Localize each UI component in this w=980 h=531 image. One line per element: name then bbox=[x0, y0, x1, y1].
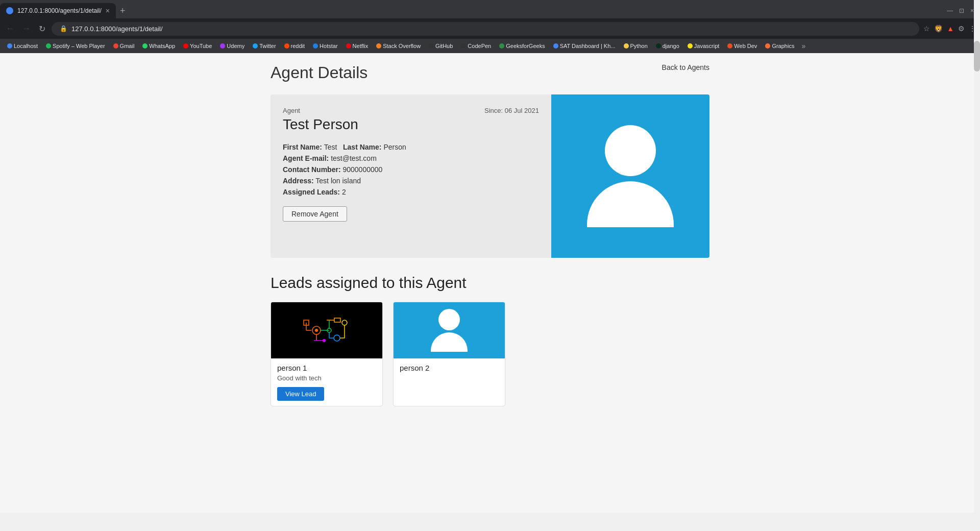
firstname-value: Test bbox=[324, 143, 337, 151]
agent-header-row: Agent Test Person Since: 06 Jul 2021 bbox=[283, 107, 539, 143]
lastname-value: Person bbox=[383, 143, 406, 151]
avatar-figure bbox=[587, 125, 674, 227]
bookmark-label: Hotstar bbox=[320, 43, 337, 49]
bookmark-twitter[interactable]: Twitter bbox=[250, 42, 279, 50]
bookmark-stackoverflow[interactable]: Stack Overflow bbox=[373, 42, 424, 50]
bookmark-label: Netflix bbox=[353, 43, 369, 49]
bookmark-favicon bbox=[313, 43, 318, 49]
bookmark-favicon bbox=[220, 43, 225, 49]
bookmark-favicon bbox=[727, 43, 732, 49]
agent-info-panel: Agent Test Person Since: 06 Jul 2021 Fir… bbox=[271, 94, 551, 258]
lead-avatar-head bbox=[438, 309, 460, 330]
new-tab-button[interactable]: + bbox=[116, 6, 130, 16]
bookmark-javascript[interactable]: Javascript bbox=[684, 42, 723, 50]
bookmark-label: Javascript bbox=[694, 43, 720, 49]
lead-image-tech bbox=[271, 302, 382, 358]
brave-icon: 🦁 bbox=[934, 25, 943, 33]
maximize-button[interactable]: ⊡ bbox=[959, 7, 964, 14]
address-value: Test lon island bbox=[315, 177, 361, 185]
bookmark-label: Twitter bbox=[259, 43, 276, 49]
address-bar[interactable]: 🔒 127.0.0.1:8000/agents/1/detail/ bbox=[52, 22, 919, 36]
bookmark-django[interactable]: django bbox=[653, 42, 682, 50]
bookmark-label: WhatsApp bbox=[149, 43, 175, 49]
bookmark-label: Localhost bbox=[14, 43, 38, 49]
extensions-icon[interactable]: ⚙ bbox=[958, 25, 965, 33]
bookmark-netflix[interactable]: Netflix bbox=[343, 42, 372, 50]
bookmark-codepen[interactable]: CodePen bbox=[458, 42, 494, 50]
agent-address-row: Address: Test lon island bbox=[283, 177, 539, 185]
bookmark-favicon bbox=[624, 43, 629, 49]
lock-icon: 🔒 bbox=[60, 25, 67, 32]
more-bookmarks-icon[interactable]: » bbox=[801, 42, 805, 50]
main-content: Agent Details Back to Agents Agent Test … bbox=[260, 53, 720, 427]
bookmark-favicon bbox=[183, 43, 188, 49]
lastname-label: Last Name: bbox=[343, 143, 381, 151]
scrollbar[interactable] bbox=[974, 0, 980, 513]
bookmark-favicon bbox=[253, 43, 258, 49]
address-bar-right: ☆ 🦁 ▲ ⚙ ⋮ bbox=[923, 25, 976, 33]
bookmark-youtube[interactable]: YouTube bbox=[180, 42, 215, 50]
bookmark-localhost[interactable]: Localhost bbox=[4, 42, 41, 50]
lead-avatar-body bbox=[431, 332, 468, 352]
brave-shield-icon: ▲ bbox=[947, 25, 954, 33]
agent-since: Since: 06 Jul 2021 bbox=[484, 107, 539, 114]
bookmark-github[interactable]: GitHub bbox=[426, 42, 456, 50]
bookmark-favicon bbox=[284, 43, 289, 49]
scrollbar-thumb[interactable] bbox=[974, 41, 980, 71]
agent-firstname-row: First Name: Test Last Name: Person bbox=[283, 143, 539, 151]
back-button[interactable]: ← bbox=[4, 22, 16, 35]
bookmark-label: Graphics bbox=[772, 43, 794, 49]
tab-title: 127.0.0.1:8000/agents/1/detail/ bbox=[17, 7, 102, 14]
tab-close-button[interactable]: × bbox=[106, 7, 110, 15]
bookmark-hotstar[interactable]: Hotstar bbox=[310, 42, 340, 50]
bookmark-gmail[interactable]: Gmail bbox=[110, 42, 138, 50]
bookmark-favicon bbox=[142, 43, 148, 49]
bookmark-webdev[interactable]: Web Dev bbox=[724, 42, 760, 50]
view-lead-button-1[interactable]: View Lead bbox=[277, 387, 324, 401]
svg-point-19 bbox=[323, 339, 326, 342]
avatar-body bbox=[587, 181, 674, 227]
bookmark-geeksforgeeks[interactable]: GeeksforGeeks bbox=[496, 42, 548, 50]
bookmark-favicon bbox=[346, 43, 351, 49]
bookmark-label: Udemy bbox=[227, 43, 244, 49]
bookmark-label: YouTube bbox=[190, 43, 212, 49]
bookmark-whatsapp[interactable]: WhatsApp bbox=[139, 42, 178, 50]
close-button[interactable]: × bbox=[970, 7, 974, 14]
active-tab[interactable]: 127.0.0.1:8000/agents/1/detail/ × bbox=[0, 3, 116, 18]
bookmark-reddit[interactable]: reddit bbox=[281, 42, 308, 50]
bookmark-favicon bbox=[688, 43, 693, 49]
bookmark-label: GeeksforGeeks bbox=[506, 43, 545, 49]
agent-avatar bbox=[551, 94, 709, 258]
agent-card: Agent Test Person Since: 06 Jul 2021 Fir… bbox=[271, 94, 709, 258]
lead-name-1: person 1 bbox=[277, 364, 376, 372]
reload-button[interactable]: ↻ bbox=[37, 22, 47, 36]
email-label: Agent E-mail: bbox=[283, 154, 329, 162]
bookmark-python[interactable]: Python bbox=[621, 42, 651, 50]
minimize-button[interactable]: — bbox=[947, 7, 953, 14]
forward-button[interactable]: → bbox=[20, 22, 33, 35]
bookmark-label: GitHub bbox=[435, 43, 453, 49]
bookmark-spotify[interactable]: Spotify – Web Player bbox=[43, 42, 108, 50]
back-to-agents-link[interactable]: Back to Agents bbox=[662, 63, 709, 71]
bookmark-favicon bbox=[46, 43, 51, 49]
bookmark-sat[interactable]: SAT Dashboard | Kh... bbox=[550, 42, 619, 50]
bookmark-favicon bbox=[656, 43, 661, 49]
tab-favicon bbox=[6, 7, 13, 14]
lead-body-1: person 1 Good with tech View Lead bbox=[271, 358, 382, 406]
agent-details: First Name: Test Last Name: Person Agent… bbox=[283, 143, 539, 196]
address-label: Address: bbox=[283, 177, 314, 185]
bookmark-graphics[interactable]: Graphics bbox=[762, 42, 797, 50]
agent-label: Agent bbox=[283, 107, 358, 114]
bookmark-favicon bbox=[376, 43, 381, 49]
lead-card-2: person 2 bbox=[393, 302, 505, 406]
bookmark-udemy[interactable]: Udemy bbox=[217, 42, 248, 50]
address-text: 127.0.0.1:8000/agents/1/detail/ bbox=[71, 25, 163, 33]
lead-image-avatar bbox=[394, 302, 505, 358]
bookmark-icon[interactable]: ☆ bbox=[923, 25, 930, 33]
leads-grid: person 1 Good with tech View Lead pe bbox=[271, 302, 709, 406]
bookmark-label: SAT Dashboard | Kh... bbox=[560, 43, 616, 49]
bookmark-label: django bbox=[663, 43, 679, 49]
remove-agent-button[interactable]: Remove Agent bbox=[283, 206, 347, 222]
bookmark-favicon bbox=[499, 43, 504, 49]
circuit-art bbox=[301, 310, 352, 351]
